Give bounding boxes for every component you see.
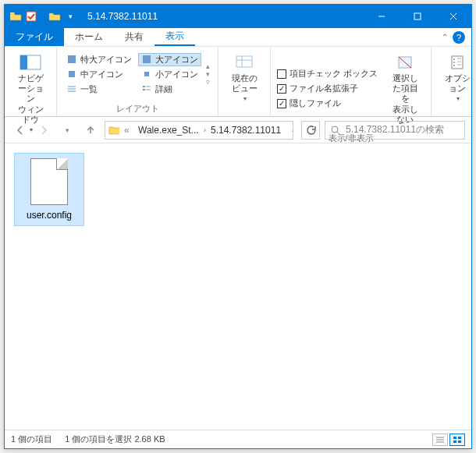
breadcrumb-segment[interactable]: 5.14.7382.11011 bbox=[211, 125, 281, 136]
nav-pane-icon bbox=[20, 53, 41, 72]
up-button[interactable] bbox=[81, 121, 100, 140]
svg-rect-13 bbox=[144, 72, 149, 76]
scroll-up-icon[interactable]: ▴ bbox=[206, 62, 210, 70]
svg-rect-6 bbox=[20, 55, 27, 69]
options-button[interactable]: オプション ▾ bbox=[438, 50, 476, 106]
svg-line-28 bbox=[337, 132, 340, 135]
svg-rect-17 bbox=[146, 89, 151, 90]
ribbon-group-current-view: 現在の ビュー ▾ bbox=[218, 47, 271, 116]
layout-list[interactable]: 一覧 bbox=[63, 83, 135, 96]
chevron-down-icon[interactable]: ⌄ bbox=[290, 126, 293, 134]
checkbox-checked-icon: ✓ bbox=[277, 84, 286, 94]
maximize-button[interactable] bbox=[400, 5, 435, 28]
options-icon bbox=[446, 53, 468, 72]
layout-m-icons[interactable]: 中アイコン bbox=[63, 68, 135, 81]
tab-share[interactable]: 共有 bbox=[114, 28, 155, 46]
recent-dropdown[interactable]: ▾ bbox=[58, 121, 76, 140]
svg-point-27 bbox=[332, 126, 338, 133]
view-icons-button[interactable] bbox=[449, 434, 465, 446]
svg-rect-32 bbox=[453, 437, 456, 439]
svg-rect-18 bbox=[236, 56, 252, 67]
refresh-button[interactable] bbox=[301, 121, 320, 140]
chevron-down-icon: ▾ bbox=[456, 95, 460, 103]
current-view-button[interactable]: 現在の ビュー ▾ bbox=[225, 50, 264, 106]
breadcrumb-segment[interactable]: « Wale.exe_St... bbox=[124, 125, 199, 136]
hide-icon bbox=[394, 53, 416, 72]
file-list[interactable]: user.config bbox=[5, 143, 471, 430]
search-icon bbox=[330, 125, 341, 136]
ribbon-group-layout: 特大アイコン 中アイコン 一覧 大アイコン 小アイコン 詳細 ▴ ▾ ▿ レイア… bbox=[57, 47, 218, 116]
l-icons-icon bbox=[141, 54, 152, 65]
svg-rect-14 bbox=[143, 86, 145, 87]
window-title: 5.14.7382.11011 bbox=[87, 11, 158, 22]
svg-rect-15 bbox=[146, 86, 151, 87]
address-field[interactable]: « Wale.exe_St... › 5.14.7382.11011 ⌄ bbox=[105, 121, 293, 140]
file-tab[interactable]: ファイル bbox=[5, 28, 64, 46]
tab-home[interactable]: ホーム bbox=[64, 28, 114, 46]
scroll-down-icon[interactable]: ▾ bbox=[206, 70, 210, 78]
chevron-right-icon[interactable]: › bbox=[204, 126, 206, 134]
m-icons-icon bbox=[66, 69, 77, 80]
address-bar: ▾ « Wale.exe_St... › 5.14.7382.11011 ⌄ 5… bbox=[5, 117, 471, 143]
svg-point-25 bbox=[453, 62, 455, 63]
search-input[interactable]: 5.14.7382.11011の検索 bbox=[325, 121, 465, 140]
explorer-window: ▾ 5.14.7382.11011 ファイル ホーム 共有 表示 ⌃ ? bbox=[4, 4, 472, 449]
layout-l-icons[interactable]: 大アイコン bbox=[138, 53, 201, 66]
file-ext-toggle[interactable]: ✓ファイル名拡張子 bbox=[277, 83, 378, 94]
ribbon-tabs: ファイル ホーム 共有 表示 ⌃ ? bbox=[5, 28, 471, 47]
check-icon[interactable] bbox=[25, 10, 37, 23]
svg-rect-16 bbox=[143, 89, 145, 90]
status-selection: 1 個の項目を選択 2.68 KB bbox=[65, 434, 165, 445]
layout-s-icons[interactable]: 小アイコン bbox=[138, 68, 201, 81]
svg-rect-12 bbox=[143, 55, 151, 63]
back-button[interactable] bbox=[11, 121, 30, 140]
file-icon bbox=[30, 158, 68, 205]
xl-icons-icon bbox=[66, 54, 77, 65]
item-checkboxes-toggle[interactable]: 項目チェック ボックス bbox=[277, 68, 378, 80]
minimize-button[interactable] bbox=[364, 5, 400, 28]
details-icon bbox=[141, 83, 152, 94]
svg-point-24 bbox=[453, 58, 455, 60]
group-label-layout: レイアウト bbox=[116, 101, 159, 116]
hide-selected-button[interactable]: 選択した項目を 表示しない bbox=[385, 50, 424, 128]
ribbon-group-pane: ナビゲーション ウィンドウ ▾ ペイン bbox=[5, 47, 57, 116]
help-icon[interactable]: ? bbox=[453, 31, 465, 44]
tab-view[interactable]: 表示 bbox=[155, 28, 195, 46]
current-view-icon bbox=[233, 53, 255, 72]
checkbox-checked-icon: ✓ bbox=[277, 99, 286, 108]
layout-xl-icons[interactable]: 特大アイコン bbox=[63, 53, 135, 66]
close-button[interactable] bbox=[435, 5, 471, 28]
svg-rect-33 bbox=[458, 437, 461, 439]
ribbon-group-showhide: 項目チェック ボックス ✓ファイル名拡張子 ✓隠しファイル 選択した項目を 表示… bbox=[271, 47, 432, 116]
qat-overflow-icon[interactable]: ▾ bbox=[64, 10, 76, 23]
folder-icon bbox=[9, 10, 22, 23]
status-item-count: 1 個の項目 bbox=[11, 434, 52, 445]
svg-rect-35 bbox=[458, 441, 461, 443]
chevron-down-icon: ▾ bbox=[243, 95, 247, 103]
folder-icon bbox=[108, 125, 119, 136]
svg-rect-2 bbox=[414, 13, 421, 19]
list-icon bbox=[66, 83, 77, 94]
svg-rect-0 bbox=[27, 12, 36, 21]
view-details-button[interactable] bbox=[432, 434, 448, 446]
ribbon: ナビゲーション ウィンドウ ▾ ペイン 特大アイコン 中アイコン 一覧 大アイコ… bbox=[5, 47, 471, 117]
svg-point-26 bbox=[453, 65, 455, 66]
checkbox-icon bbox=[277, 69, 286, 79]
layout-details[interactable]: 詳細 bbox=[138, 83, 201, 96]
svg-rect-7 bbox=[68, 55, 76, 63]
forward-button[interactable] bbox=[34, 121, 53, 140]
expand-icon[interactable]: ▿ bbox=[206, 78, 210, 86]
svg-rect-34 bbox=[453, 441, 456, 443]
ribbon-group-options: オプション ▾ bbox=[432, 47, 476, 116]
s-icons-icon bbox=[141, 69, 152, 80]
status-bar: 1 個の項目 1 個の項目を選択 2.68 KB bbox=[5, 430, 471, 448]
svg-rect-8 bbox=[69, 71, 75, 77]
file-name: user.config bbox=[27, 210, 72, 221]
ribbon-collapse-icon[interactable]: ⌃ bbox=[442, 33, 448, 41]
hidden-files-toggle[interactable]: ✓隠しファイル bbox=[277, 97, 378, 109]
titlebar: ▾ 5.14.7382.11011 bbox=[5, 5, 471, 28]
file-item[interactable]: user.config bbox=[14, 153, 84, 226]
folder-icon bbox=[48, 10, 61, 23]
